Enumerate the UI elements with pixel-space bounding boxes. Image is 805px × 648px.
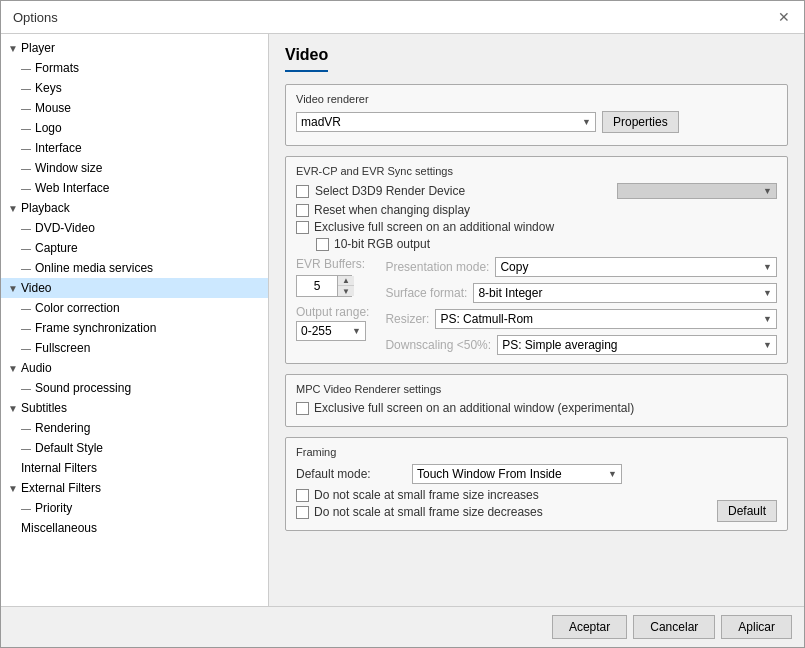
framing-checkboxes: Do not scale at small frame size increas…: [296, 488, 543, 522]
evr-d3d9-dropdown[interactable]: ▼: [617, 183, 777, 199]
evr-label-exclusive: Exclusive full screen on an additional w…: [314, 220, 554, 234]
resizer-value: PS: Catmull-Rom: [440, 312, 533, 326]
toggle-formats: —: [21, 63, 29, 74]
page-title: Video: [285, 46, 328, 72]
framing-bottom: Do not scale at small frame size increas…: [296, 488, 777, 522]
accept-button[interactable]: Aceptar: [552, 615, 627, 639]
spinner-up[interactable]: ▲: [338, 276, 354, 286]
sidebar-item-rendering[interactable]: — Rendering: [1, 418, 268, 438]
evr-buffers-label: EVR Buffers:: [296, 257, 365, 271]
sidebar-item-internal-filters[interactable]: Internal Filters: [1, 458, 268, 478]
framing-checkbox-no-scale-increase[interactable]: [296, 489, 309, 502]
mpc-checkbox-exclusive[interactable]: [296, 402, 309, 415]
sidebar-item-capture[interactable]: — Capture: [1, 238, 268, 258]
label-logo: Logo: [29, 121, 62, 135]
label-mouse: Mouse: [29, 101, 71, 115]
toggle-priority: —: [21, 503, 29, 514]
sidebar-item-priority[interactable]: — Priority: [1, 498, 268, 518]
video-renderer-row: madVR ▼ Properties: [296, 111, 777, 133]
output-range-dropdown[interactable]: 0-255 ▼: [296, 321, 366, 341]
dropdown-arrow-surface: ▼: [763, 288, 772, 298]
presentation-mode-row: Presentation mode: Copy ▼: [385, 257, 777, 277]
sidebar-item-default-style[interactable]: — Default Style: [1, 438, 268, 458]
evr-row1: Select D3D9 Render Device ▼: [296, 183, 777, 199]
output-range-label: Output range:: [296, 305, 369, 319]
dropdown-arrow-presentation: ▼: [763, 262, 772, 272]
toggle-player: ▼: [5, 43, 21, 54]
label-playback: Playback: [21, 201, 70, 215]
sidebar-item-mouse[interactable]: — Mouse: [1, 98, 268, 118]
toggle-window-size: —: [21, 163, 29, 174]
properties-button[interactable]: Properties: [602, 111, 679, 133]
framing-checkbox-no-scale-decrease[interactable]: [296, 506, 309, 519]
sidebar-item-web-interface[interactable]: — Web Interface: [1, 178, 268, 198]
sidebar-item-external-filters[interactable]: ▼ External Filters: [1, 478, 268, 498]
evr-controls: EVR Buffers: ▲ ▼ Output range:: [296, 257, 777, 355]
close-button[interactable]: ✕: [776, 9, 792, 25]
sidebar-item-color-correction[interactable]: — Color correction: [1, 298, 268, 318]
evr-section-label: EVR-CP and EVR Sync settings: [296, 165, 777, 177]
sidebar-item-keys[interactable]: — Keys: [1, 78, 268, 98]
toggle-playback: ▼: [5, 203, 21, 214]
label-audio: Audio: [21, 361, 52, 375]
evr-buffers-input[interactable]: [297, 277, 337, 295]
dropdown-arrow-downscaling: ▼: [763, 340, 772, 350]
toggle-capture: —: [21, 243, 29, 254]
label-subtitles: Subtitles: [21, 401, 67, 415]
apply-button[interactable]: Aplicar: [721, 615, 792, 639]
default-button[interactable]: Default: [717, 500, 777, 522]
surface-format-value: 8-bit Integer: [478, 286, 542, 300]
video-renderer-section: Video renderer madVR ▼ Properties: [285, 84, 788, 146]
toggle-dvd: —: [21, 223, 29, 234]
content-area: Video Video renderer madVR ▼ Properties …: [269, 34, 804, 606]
surface-format-dropdown[interactable]: 8-bit Integer ▼: [473, 283, 777, 303]
presentation-mode-dropdown[interactable]: Copy ▼: [495, 257, 777, 277]
sidebar-item-video[interactable]: ▼ Video: [1, 278, 268, 298]
downscaling-dropdown[interactable]: PS: Simple averaging ▼: [497, 335, 777, 355]
dialog-title: Options: [13, 10, 58, 25]
evr-left: EVR Buffers: ▲ ▼ Output range:: [296, 257, 369, 341]
label-capture: Capture: [29, 241, 78, 255]
sidebar-item-fullscreen[interactable]: — Fullscreen: [1, 338, 268, 358]
downscaling-row: Downscaling <50%: PS: Simple averaging ▼: [385, 335, 777, 355]
mpc-section: MPC Video Renderer settings Exclusive fu…: [285, 374, 788, 427]
evr-checkbox-reset[interactable]: [296, 204, 309, 217]
cancel-button[interactable]: Cancelar: [633, 615, 715, 639]
output-range-row: Output range: 0-255 ▼: [296, 305, 369, 341]
sidebar-item-playback[interactable]: ▼ Playback: [1, 198, 268, 218]
sidebar-item-miscellaneous[interactable]: Miscellaneous: [1, 518, 268, 538]
label-miscellaneous: Miscellaneous: [21, 521, 97, 535]
label-fullscreen: Fullscreen: [29, 341, 90, 355]
sidebar-item-formats[interactable]: — Formats: [1, 58, 268, 78]
sidebar-item-window-size[interactable]: — Window size: [1, 158, 268, 178]
sidebar-item-logo[interactable]: — Logo: [1, 118, 268, 138]
sidebar-item-online-media[interactable]: — Online media services: [1, 258, 268, 278]
evr-buffers-spinner[interactable]: ▲ ▼: [296, 275, 352, 297]
mpc-section-label: MPC Video Renderer settings: [296, 383, 777, 395]
evr-checkbox-10bit[interactable]: [316, 238, 329, 251]
label-keys: Keys: [29, 81, 62, 95]
sidebar-item-frame-sync[interactable]: — Frame synchronization: [1, 318, 268, 338]
mpc-label-exclusive: Exclusive full screen on an additional w…: [314, 401, 634, 415]
sidebar-item-subtitles[interactable]: ▼ Subtitles: [1, 398, 268, 418]
dropdown-arrow-d3d9: ▼: [763, 186, 772, 196]
toggle-rendering: —: [21, 423, 29, 434]
evr-checkbox-d3d9[interactable]: [296, 185, 309, 198]
toggle-logo: —: [21, 123, 29, 134]
sidebar-item-audio[interactable]: ▼ Audio: [1, 358, 268, 378]
evr-checkbox-exclusive[interactable]: [296, 221, 309, 234]
output-range-value: 0-255: [301, 324, 332, 338]
dropdown-arrow-resizer: ▼: [763, 314, 772, 324]
label-rendering: Rendering: [29, 421, 90, 435]
sidebar-item-dvd-video[interactable]: — DVD-Video: [1, 218, 268, 238]
video-renderer-dropdown[interactable]: madVR ▼: [296, 112, 596, 132]
resizer-dropdown[interactable]: PS: Catmull-Rom ▼: [435, 309, 777, 329]
label-dvd: DVD-Video: [29, 221, 95, 235]
sidebar-item-interface[interactable]: — Interface: [1, 138, 268, 158]
sidebar-item-player[interactable]: ▼ Player: [1, 38, 268, 58]
sidebar-item-sound-processing[interactable]: — Sound processing: [1, 378, 268, 398]
toggle-web-interface: —: [21, 183, 29, 194]
framing-label-no-scale-decrease: Do not scale at small frame size decreas…: [314, 505, 543, 519]
spinner-down[interactable]: ▼: [338, 286, 354, 296]
framing-default-mode-dropdown[interactable]: Touch Window From Inside ▼: [412, 464, 622, 484]
